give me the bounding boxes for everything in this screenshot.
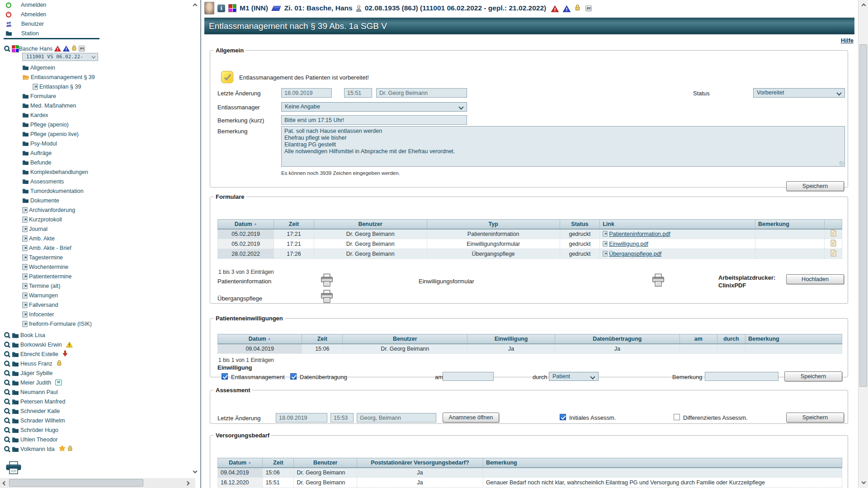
sidebar-tree-item[interactable]: Med. Maßnahmen <box>0 101 95 110</box>
patient-photo[interactable] <box>204 2 214 14</box>
patient-list-item[interactable]: Book Lisa <box>0 330 73 340</box>
sidebar-tree-item[interactable]: Fallversand <box>0 300 95 310</box>
initiales-assessment-checkbox[interactable] <box>560 414 566 420</box>
patient-list-item[interactable]: Meier Judith M <box>0 378 73 387</box>
sidebar-horizontal-scrollbar[interactable] <box>0 478 195 488</box>
assessment-datum-field[interactable] <box>276 413 327 422</box>
info-icon[interactable]: i <box>217 5 225 12</box>
sidebar-tree-item[interactable]: Patiententermine <box>0 272 95 281</box>
assessment-zeit-field[interactable] <box>330 413 354 422</box>
sidebar-tree-item[interactable]: Tagestermine <box>0 253 95 262</box>
menu-item-anmelden[interactable]: Anmelden <box>5 0 46 9</box>
sidebar-tree-item[interactable]: Warnungen <box>0 291 95 300</box>
print-patienteninformation-icon[interactable] <box>321 273 333 289</box>
sidebar-tree-item[interactable]: freiform-Formulare (ISIK) <box>0 319 95 328</box>
menu-item-station[interactable]: Station <box>5 28 46 38</box>
patient-list-item[interactable]: Neumann Paul <box>0 387 73 397</box>
sidebar-tree-item[interactable]: Infocenter <box>0 310 95 319</box>
sidebar-tree-item[interactable]: Termine (alt) <box>0 281 95 291</box>
upload-button[interactable]: Hochladen <box>786 274 844 284</box>
patient-list-item[interactable]: Schröder Hugo <box>0 425 73 435</box>
sidebar-tree-item[interactable]: Tumordokumentation <box>0 186 95 196</box>
case-version-select[interactable]: 111001 VS 06.02.22- <box>22 53 98 61</box>
sidebar-tree-item[interactable]: Wochentermine <box>0 262 95 272</box>
note-icon[interactable] <box>830 232 836 238</box>
aenderung-datum-field[interactable] <box>281 88 332 98</box>
menu-item-benutzer[interactable]: Benutzer <box>5 19 46 28</box>
sidebar-tree-item[interactable]: Befunde <box>0 158 95 167</box>
sidebar-tree-item[interactable]: Amb. Akte - Brief <box>0 243 95 253</box>
resize-grip[interactable] <box>840 161 844 166</box>
print-uebergangspflege-icon[interactable] <box>321 290 333 305</box>
print-einwilligungsformular-icon[interactable] <box>652 273 665 289</box>
help-link[interactable]: Hilfe <box>204 37 854 44</box>
sidebar-tree-item[interactable]: Journal <box>0 224 95 234</box>
sidebar-vertical-scrollbar[interactable] <box>190 0 199 477</box>
bemerkung-textarea[interactable]: Pat. soll nach Hause entlassen werden Eh… <box>281 126 845 167</box>
sidebar-tree-item[interactable]: Pflege (apenio) <box>0 120 95 129</box>
sidebar-tree-item[interactable]: Aufträge <box>0 148 95 158</box>
scroll-right-icon[interactable] <box>184 479 192 487</box>
sidebar-tree-item[interactable]: Amb. Akte <box>0 234 95 243</box>
sidebar-tree-item[interactable]: Allgemein <box>0 63 95 72</box>
sidebar-tree-item[interactable]: Entlassplan § 39 <box>0 82 95 91</box>
scrollbar-thumb[interactable] <box>9 479 143 487</box>
sidebar-tree-item[interactable]: Komplexbehandlungen <box>0 167 95 177</box>
entlassmanager-select[interactable]: Keine Angabe <box>281 102 467 112</box>
table-row[interactable]: 09.04.2019 15:06 Dr. Georg Beimann Ja Ja <box>218 344 842 354</box>
sidebar-tree-item[interactable]: Dokumente <box>0 196 95 205</box>
patient-list-item[interactable]: Jäger Sybille <box>0 368 73 378</box>
save-button[interactable]: Speichern <box>786 181 844 191</box>
patient-list-item[interactable]: Uhlen Theodor <box>0 435 73 444</box>
patient-list-item[interactable]: Petersen Manfred <box>0 397 73 406</box>
patient-list-item[interactable]: Borkowski Erwin <box>0 340 73 349</box>
category-grid-icon[interactable] <box>228 4 236 12</box>
table-row[interactable]: 28.02.2022 17:26 Dr. Georg Beimann Überg… <box>218 249 842 259</box>
warning-red-icon[interactable] <box>551 5 558 11</box>
aenderung-benutzer-field[interactable] <box>376 88 467 98</box>
scrollbar-thumb[interactable] <box>859 44 867 387</box>
sidebar-tree-item[interactable]: Kardex <box>0 110 95 120</box>
sidebar-tree-item[interactable]: Entlassmanagement § 39 <box>0 72 95 82</box>
note-icon[interactable] <box>830 252 836 258</box>
scroll-down-icon[interactable] <box>191 468 198 475</box>
pdf-link[interactable]: Übergangspflege.pdf <box>609 251 661 257</box>
am-field[interactable] <box>443 372 494 381</box>
scroll-up-icon[interactable] <box>191 1 198 8</box>
printer-icon[interactable] <box>5 461 22 476</box>
lock-icon[interactable] <box>575 4 580 13</box>
note-icon[interactable] <box>830 242 836 248</box>
patient-list-item[interactable]: Schrader Wilhelm <box>0 416 73 425</box>
sidebar-tree-item[interactable]: Pflege (apenio live) <box>0 129 95 139</box>
status-select[interactable]: Vorbereitet <box>753 88 845 98</box>
scroll-left-icon[interactable] <box>0 479 7 487</box>
patient-list-item[interactable]: Volkmann Ida <box>0 444 73 454</box>
durch-select[interactable]: Patient <box>549 372 599 381</box>
bemerkung-kurz-field[interactable] <box>281 115 467 125</box>
save-button[interactable]: Speichern <box>784 371 842 381</box>
patient-list-item[interactable]: Ebrecht Estelle <box>0 349 73 359</box>
sidebar-tree-item[interactable]: Archivanforderung <box>0 205 95 215</box>
sidebar-tree-item[interactable]: Formulare <box>0 91 95 101</box>
pdf-link[interactable]: Patienteninformation.pdf <box>609 231 670 237</box>
assessment-benutzer-field[interactable] <box>357 413 436 422</box>
scroll-up-icon[interactable] <box>860 1 867 8</box>
patient-list-item[interactable]: Schneider Kalle <box>0 406 73 416</box>
save-button[interactable]: Speichern <box>786 413 844 422</box>
entlassmanagement-checkbox[interactable] <box>222 373 228 380</box>
pdf-link[interactable]: Einwilligung.pdf <box>609 241 648 247</box>
bemerkung-field[interactable] <box>705 372 778 381</box>
datenuebertragung-checkbox[interactable] <box>290 373 297 380</box>
sidebar-tree-item[interactable]: Kurzprotokoll <box>0 215 95 224</box>
main-vertical-scrollbar[interactable] <box>858 0 868 488</box>
menu-item-abmelden[interactable]: Abmelden <box>5 9 46 19</box>
sidebar-patient-node[interactable]: Basche Hans Pf <box>4 44 85 53</box>
table-row[interactable]: 16.12.2020 15:51 Dr. Georg Beimann Ja Ge… <box>218 478 842 488</box>
warning-blue-icon[interactable] <box>563 5 570 11</box>
aenderung-zeit-field[interactable] <box>344 88 372 98</box>
table-row[interactable]: 09.04.2019 15:06 Dr. Georg Beimann Ja <box>218 468 842 478</box>
table-row[interactable]: 05.02.2019 17:21 Dr. Georg Beimann Einwi… <box>218 239 842 249</box>
table-row[interactable]: 05.02.2019 17:21 Dr. Georg Beimann Patie… <box>218 229 842 239</box>
sidebar-tree-item[interactable]: Assessments <box>0 177 95 186</box>
pf-badge[interactable]: Pf <box>585 5 592 11</box>
